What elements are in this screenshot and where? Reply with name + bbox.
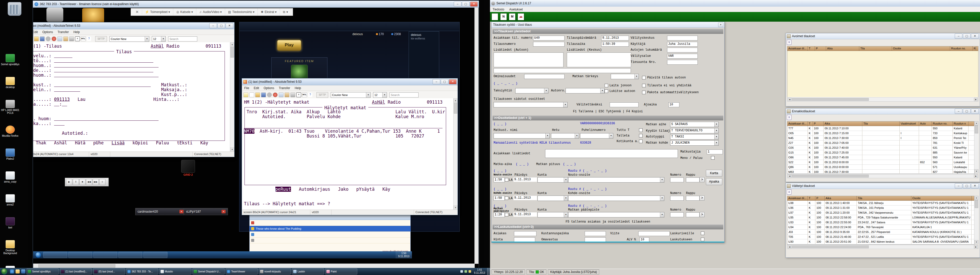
tray-arrow-icon[interactable] [460,270,463,273]
new-order-icon[interactable] [492,13,498,21]
input-valitettavaksi[interactable] [610,102,638,107]
paste-icon[interactable] [285,92,290,97]
horizontal-scrollbar[interactable]: ◀▶ [787,97,978,101]
column-header[interactable]: T [808,196,815,201]
minimize-button[interactable]: – [955,33,963,39]
checkbox-pakota[interactable] [642,91,646,94]
checkbox-lukitse[interactable] [605,89,608,93]
search-input[interactable]: Search [390,92,418,98]
messenger-titlebar[interactable] [250,215,410,220]
telnet1-scrollbar[interactable]: ▲ ▼ [230,42,234,152]
textarea-lisatiedot-autoon[interactable] [493,52,563,67]
copy-icon[interactable] [57,36,62,41]
expand-button-3[interactable]: > [700,212,705,217]
table-row[interactable]: U37K10009.11.2013 1:20:00TAKSA , 342 Var… [788,210,974,215]
list-item[interactable] [250,232,410,237]
remote-horizontal-scrollbar[interactable] [33,264,475,268]
teamviewer-toolbar-item[interactable]: ▤Tiedostonsiirto ▾ [225,8,258,16]
search-input[interactable]: Search [168,36,197,41]
menu-item[interactable]: Options [40,30,55,34]
column-header[interactable]: T [808,122,813,126]
remote-start-button[interactable] [35,252,41,258]
blank-page-icon[interactable] [249,92,254,97]
taskbar-button[interactable]: Semel Dispatch U... [192,269,224,275]
table-row[interactable]: U38K10009.11.2013 1:40:00TAKSA , 211 Itä… [788,201,974,205]
checkbox-laskutukseen[interactable] [701,237,704,241]
teamviewer-toolbar-item[interactable]: ⚡Toimenpiteet ▾ [142,8,173,16]
list-item[interactable] [250,237,410,243]
checkbox-paivita[interactable] [642,76,646,79]
gold-ornament-icon[interactable] [82,8,104,23]
table-row[interactable]: S22K10009.11.2013 8:00:00652560Lokalahti [788,160,974,165]
input-valitysalue[interactable]: VAR [667,54,698,58]
desktop-icon[interactable]: Mozilla Firefox [0,125,20,137]
menu-item[interactable]: Transfer [277,86,292,90]
chat-window-slippy187[interactable]: sLiPpY187 ✕ [184,208,228,215]
quicklaunch-explorer-icon[interactable] [16,269,20,273]
print-icon[interactable] [290,92,295,97]
semel-titlebar[interactable]: Semel Dispatch UI 2.6.17 [490,0,980,7]
taskbar-button[interactable]: (1) taxi (modified)... [60,269,92,275]
font-select[interactable]: Courier New▼ [331,92,371,98]
ennakko-titlebar[interactable]: Ennakkotilaukset – ▢ ✕ [786,109,980,114]
kartta-button[interactable]: Kartta [706,170,722,177]
table-row[interactable]: O26K10009.11.2013 7:40:00631Yläne/Pöy [788,145,974,150]
remote-vertical-scrollbar[interactable] [474,8,479,264]
open-icon[interactable] [34,36,39,41]
font-select[interactable]: Courier New▼ [110,36,149,42]
input-rappu-1[interactable] [686,177,700,182]
desktop-icon[interactable]: HP LJ400 M401 PCL6 [0,100,20,114]
telnet2-terminal[interactable]: Hälytetyt matkat HM 1(2) -Hälytetyt matk… [242,98,458,210]
scroll-down-icon[interactable]: ▼ [230,147,234,152]
checkbox-date-2[interactable] [505,196,508,200]
quicklaunch-teamviewer-icon[interactable] [10,269,14,273]
checkbox-tilausta-ei[interactable] [642,84,646,87]
dropdown-kunta-2[interactable] [538,196,568,201]
maximize-button[interactable]: ▢ [462,2,469,6]
combo-paatepiste[interactable] [568,212,664,217]
font-size-select[interactable]: 12▼ [373,92,387,98]
disconnect-icon[interactable] [52,36,56,41]
quicklaunch-media-icon[interactable] [21,269,25,273]
expand-button-2[interactable]: > [700,196,705,201]
rtl-icon[interactable]: RTL [81,36,86,41]
session-close-icon[interactable]: ✕ [132,9,142,14]
n-tool-icon[interactable]: N [500,13,507,21]
table-row[interactable]: U30K10008.11.2013 20:51:0021:03:52 , 842… [788,239,974,244]
scroll-up-icon[interactable]: ▲ [230,42,234,47]
checkbox-laita-jonoon[interactable] [605,84,608,87]
table-row[interactable]: J03K10008.11.2013 9:35:0022:22:55 , 257 … [788,230,974,234]
table-row[interactable]: M83K10009.11.2013 7:30:00827Hajala/Ha [788,169,974,174]
dropdown-kunta-1[interactable] [538,177,568,183]
input-numero-3[interactable] [670,212,684,217]
menu-item[interactable]: Help [71,30,82,34]
table-row[interactable]: O86K10009.11.2013 7:45:00550Kalanti [788,155,974,160]
desktop-icon[interactable]: Plabs2 [0,149,20,160]
chat-window-cardmaster420[interactable]: cardmaster420 ✕ [135,208,186,215]
avoimet-table[interactable]: Asiakkaan til...TPAikaTilaOsoiteRuudun n… [787,46,978,98]
taskbar-button[interactable]: TeamViewer [226,269,258,275]
remote-task-button[interactable] [94,252,118,258]
play-button[interactable]: Play [277,40,301,51]
maximize-button[interactable]: ▢ [963,109,970,114]
menu-item[interactable]: Tiedosto [490,8,507,11]
new-icon[interactable] [243,92,248,97]
input-numero-2[interactable] [670,196,684,201]
column-header[interactable]: Ruudun n [953,122,969,126]
teamviewer-toolbar-item[interactable]: ⧉▾ [280,8,291,16]
column-header[interactable]: Asiakkaan til... [788,122,808,126]
dropdown-autotyyppi[interactable]: T TAKSI [670,134,719,139]
media-button[interactable]: ◀◀ [86,179,92,185]
dropdown-sidotut[interactable] [493,102,568,107]
checkbox-talleta[interactable] [639,134,643,138]
print-icon[interactable] [69,36,74,41]
column-header[interactable]: Osoite [892,46,950,51]
input-autojen-lkm[interactable] [667,47,698,52]
menu-item[interactable]: Asetukset [507,8,525,11]
input-ominaisuudet[interactable] [524,74,565,79]
telnet2-scrollbar[interactable]: ▲ ▼ [453,98,458,210]
grid2-shortcut[interactable]: GRID 2 [179,160,197,176]
horizontal-scrollbar[interactable]: ◀▶ [787,245,978,249]
input-tilausaika[interactable]: 1:50:39 [601,42,629,47]
lol-summoner-name[interactable]: deixsus [352,32,363,36]
